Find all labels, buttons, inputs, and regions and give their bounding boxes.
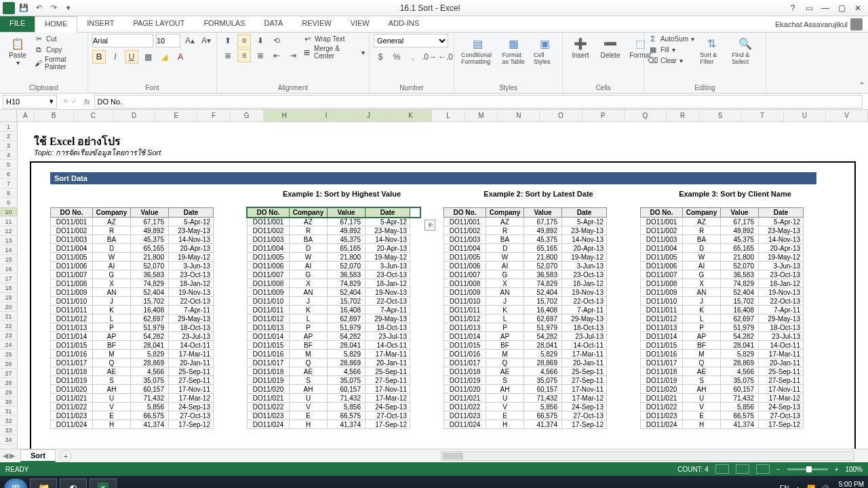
start-button[interactable]: ⊞	[4, 479, 27, 488]
smart-tag-icon[interactable]: ⎘	[425, 220, 435, 230]
table-row[interactable]: DO11/001AZ67,1755-Apr-12	[248, 218, 410, 226]
table-row[interactable]: DO11/024H41,37417-Sep-12	[248, 420, 410, 429]
italic-button[interactable]: I	[108, 50, 122, 64]
col-header-R[interactable]: R	[667, 110, 700, 121]
table-row[interactable]: DO11/018AE4,56625-Sep-11	[444, 367, 607, 376]
zoom-level[interactable]: 100%	[845, 466, 863, 473]
table-row[interactable]: DO11/016M5,82917-Mar-11	[51, 350, 214, 359]
table-row[interactable]: DO11/013P51,97918-Oct-13	[444, 323, 607, 332]
row-header-23[interactable]: 23	[0, 331, 17, 340]
find-select-button[interactable]: 🔍Find & Select	[729, 34, 762, 66]
table-row[interactable]: DO11/015BF28,04114-Oct-11	[248, 341, 410, 350]
table-row[interactable]: DO11/004D65,16520-Apr-13	[248, 244, 410, 253]
horizontal-scrollbar[interactable]	[441, 451, 854, 461]
zoom-slider[interactable]	[787, 468, 828, 470]
clear-button[interactable]: ⌫Clear▾	[648, 56, 694, 65]
col-header-H[interactable]: H	[264, 110, 306, 121]
taskbar-excel-icon[interactable]: X	[90, 479, 117, 488]
table-header[interactable]: DO No.	[248, 208, 290, 218]
table-row[interactable]: DO11/005W21,80019-May-12	[51, 253, 214, 262]
ribbon-options-icon[interactable]: ▭	[802, 2, 816, 14]
row-header-25[interactable]: 25	[0, 350, 17, 359]
col-header-D[interactable]: D	[113, 110, 155, 121]
table-row[interactable]: DO11/019S35,07527-Sep-11	[248, 376, 410, 385]
table-header[interactable]: Company	[93, 208, 131, 218]
taskbar-explorer-icon[interactable]: 📁	[30, 479, 57, 488]
col-header-F[interactable]: F	[197, 110, 231, 121]
qat-more-icon[interactable]: ▾	[62, 2, 75, 14]
col-header-E[interactable]: E	[155, 110, 197, 121]
table-row[interactable]: DO11/017Q28,86920-Jan-11	[51, 359, 214, 367]
save-icon[interactable]: 💾	[18, 2, 30, 14]
col-header-N[interactable]: N	[498, 110, 540, 121]
table-row[interactable]: DO11/012L62,69729-May-13	[641, 314, 804, 323]
minimize-icon[interactable]: —	[818, 2, 833, 14]
table-row[interactable]: DO11/006AI52,0703-Jun-13	[248, 262, 410, 270]
close-icon[interactable]: ✕	[850, 2, 865, 14]
col-header-I[interactable]: I	[306, 110, 348, 121]
col-header-S[interactable]: S	[699, 110, 741, 121]
row-header-13[interactable]: 13	[0, 236, 17, 245]
table-row[interactable]: DO11/005W21,80019-May-12	[641, 253, 804, 262]
row-header-24[interactable]: 24	[0, 340, 17, 350]
row-header-19[interactable]: 19	[0, 293, 17, 302]
row-header-33[interactable]: 33	[0, 426, 17, 435]
table-row[interactable]: DO11/014AP54,28223-Jul-13	[641, 332, 804, 341]
comma-icon[interactable]: ,	[406, 50, 420, 64]
table-row[interactable]: DO11/003BA45,37514-Nov-13	[51, 235, 214, 244]
table-header[interactable]: Value	[328, 208, 366, 218]
table-row[interactable]: DO11/007G36,58323-Oct-13	[248, 270, 410, 279]
sort-filter-button[interactable]: ⇅Sort & Filter	[697, 34, 726, 66]
table-row[interactable]: DO11/021U71,43217-Mar-12	[51, 394, 214, 403]
table-row[interactable]: DO11/023E66,57527-Oct-13	[51, 411, 214, 420]
table-row[interactable]: DO11/007G36,58323-Oct-13	[444, 270, 607, 279]
row-header-4[interactable]: 4	[0, 150, 17, 160]
cell-styles-button[interactable]: ▣Cell Styles	[531, 34, 558, 66]
table-row[interactable]: DO11/015BF28,04114-Oct-11	[444, 341, 607, 350]
col-header-M[interactable]: M	[465, 110, 498, 121]
dec-decimal-icon[interactable]: ←.0	[439, 50, 452, 64]
col-header-A[interactable]: A	[17, 110, 34, 121]
tab-home[interactable]: HOME	[35, 16, 77, 33]
col-header-U[interactable]: U	[784, 110, 826, 121]
table-row[interactable]: DO11/007G36,58323-Oct-13	[641, 270, 804, 279]
row-header-21[interactable]: 21	[0, 312, 17, 321]
table-header[interactable]: Value	[721, 208, 759, 218]
row-header-30[interactable]: 30	[0, 397, 17, 407]
table-row[interactable]: DO11/002R49,89223-May-13	[641, 226, 804, 235]
row-header-5[interactable]: 5	[0, 160, 17, 169]
table-row[interactable]: DO11/018AE4,56625-Sep-11	[641, 367, 804, 376]
table-row[interactable]: DO11/024H41,37417-Sep-12	[51, 420, 214, 429]
currency-icon[interactable]: $	[374, 50, 387, 64]
row-header-16[interactable]: 16	[0, 264, 17, 274]
table-row[interactable]: DO11/009AN52,40419-Nov-13	[444, 288, 607, 297]
table-header[interactable]: Date	[366, 208, 410, 218]
table-row[interactable]: DO11/008X74,82918-Jan-12	[51, 279, 214, 288]
tray-clock[interactable]: 5:00 PM7/23/2014	[834, 481, 865, 488]
align-center-icon[interactable]: ≡	[237, 49, 251, 62]
align-middle-icon[interactable]: ≡	[237, 34, 251, 47]
decrease-font-icon[interactable]: A▾	[199, 34, 213, 47]
merge-center-button[interactable]: ⊞Merge & Center▾	[302, 45, 365, 60]
bold-button[interactable]: B	[92, 50, 106, 64]
name-box[interactable]: H10▾	[3, 95, 57, 108]
taskbar-chrome-icon[interactable]: ◐	[60, 479, 87, 488]
indent-dec-icon[interactable]: ⇤	[270, 49, 283, 62]
table-row[interactable]: DO11/008X74,82918-Jan-12	[444, 279, 607, 288]
row-header-11[interactable]: 11	[0, 217, 17, 226]
table-header[interactable]: Date	[759, 208, 804, 218]
add-sheet-button[interactable]: +	[60, 450, 72, 462]
table-header[interactable]: Value	[131, 208, 169, 218]
col-header-P[interactable]: P	[583, 110, 625, 121]
indent-inc-icon[interactable]: ⇥	[286, 49, 300, 62]
col-header-T[interactable]: T	[742, 110, 784, 121]
table-row[interactable]: DO11/002R49,89223-May-13	[444, 226, 607, 235]
data-table-2[interactable]: DO No.CompanyValueDateDO11/001AZ67,1755-…	[443, 207, 607, 429]
border-button[interactable]: ▦	[141, 50, 155, 64]
table-row[interactable]: DO11/019S35,07527-Sep-11	[51, 376, 214, 385]
table-row[interactable]: DO11/008X74,82918-Jan-12	[641, 279, 804, 288]
tab-review[interactable]: REVIEW	[292, 16, 340, 32]
table-header[interactable]: Date	[562, 208, 607, 218]
col-header-C[interactable]: C	[74, 110, 113, 121]
row-header-14[interactable]: 14	[0, 245, 17, 255]
